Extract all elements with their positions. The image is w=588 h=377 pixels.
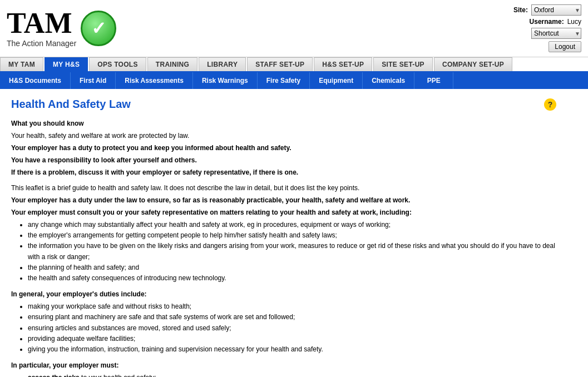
nav1-tab[interactable]: Training (147, 57, 197, 71)
logo-text-wrap: TAM The Action Manager (7, 9, 76, 48)
username-row: Username: Lucy (530, 18, 581, 26)
list-item: making your workplace safe and without r… (28, 301, 556, 312)
list-item: the employer's arrangements for getting … (28, 230, 556, 241)
list-item: giving you the information, instruction,… (28, 344, 556, 355)
list-item: assess the risks to your health and safe… (28, 373, 556, 377)
logo-area: TAM The Action Manager ✓ (7, 9, 116, 48)
page-title-row: Health And Safety Law ? (11, 98, 556, 111)
primary-nav: My TAMMy H&SOps ToolsTrainingLibraryStaf… (0, 57, 588, 72)
bold-line: Your employer must consult you or your s… (11, 207, 556, 217)
nav1-tab[interactable]: Staff Set-up (247, 57, 313, 71)
list-item: ensuring plant and machinery are safe an… (28, 312, 556, 323)
nav1-tab[interactable]: Ops Tools (89, 57, 146, 71)
employer-duties-section: In general, your employer's duties inclu… (11, 289, 556, 355)
para1: This leaflet is a brief guide to health … (11, 183, 556, 193)
page-title: Health And Safety Law (11, 98, 131, 111)
intro-line: Your health, safety and welfare at work … (11, 131, 556, 141)
list1: any change which may substantially affec… (28, 220, 556, 284)
employer-duties-heading: In general, your employer's duties inclu… (11, 289, 556, 299)
site-info: Site: Oxford ▼ Username: Lucy Shortcut ▼… (513, 4, 581, 52)
nav2-tab[interactable]: Chemicals (363, 72, 414, 89)
list-item: any change which may substantially affec… (28, 220, 556, 230)
what-you-should-know-heading: What you should know (11, 118, 556, 128)
site-row: Site: Oxford ▼ (513, 4, 581, 16)
particular-section: In particular, your employer must: asses… (11, 360, 556, 377)
list-item: the information you have to be given on … (28, 241, 556, 262)
brief-guide-section: This leaflet is a brief guide to health … (11, 183, 556, 284)
site-select-wrapper[interactable]: Oxford ▼ (531, 4, 581, 16)
nav2-tab[interactable]: Risk Warnings (193, 72, 258, 89)
bold-lines-1: Your employer has a duty under the law t… (11, 195, 556, 217)
shortcut-select-wrapper[interactable]: Shortcut ▼ (531, 28, 581, 39)
nav2-tab[interactable]: First Aid (71, 72, 116, 89)
username-label: Username: (530, 18, 564, 26)
list-item: the health and safety consequences of in… (28, 273, 556, 284)
nav1-tab[interactable]: H&S Set-up (314, 57, 372, 71)
nav2-tab[interactable]: H&S Documents (0, 72, 71, 89)
secondary-nav: H&S DocumentsFirst AidRisk AssessmentsRi… (0, 72, 588, 89)
nav1-tab[interactable]: Site Set-up (373, 57, 433, 71)
nav1-tab[interactable]: Company Set-up (434, 57, 512, 71)
list2: making your workplace safe and without r… (28, 301, 556, 355)
list-item: providing adequate welfare facilities; (28, 334, 556, 344)
nav2-tab[interactable]: Risk Assessments (116, 72, 193, 89)
username-value: Lucy (567, 18, 581, 26)
intro-line: If there is a problem, discuss it with y… (11, 167, 556, 177)
nav1-tab[interactable]: My TAM (0, 57, 43, 71)
logo-subtitle: The Action Manager (7, 39, 76, 48)
logo-text: TAM (7, 9, 76, 38)
help-icon[interactable]: ? (544, 98, 556, 111)
header: TAM The Action Manager ✓ Site: Oxford ▼ … (0, 0, 588, 57)
intro-lines: Your health, safety and welfare at work … (11, 131, 556, 177)
what-you-should-know-section: What you should know Your health, safety… (11, 118, 556, 177)
site-select[interactable]: Oxford (531, 4, 581, 16)
intro-line: You have a responsibility to look after … (11, 155, 556, 165)
content-area: What you should know Your health, safety… (11, 118, 556, 377)
main-content: Health And Safety Law ? What you should … (0, 89, 567, 377)
shortcut-select[interactable]: Shortcut (531, 28, 581, 39)
checkmark-icon: ✓ (81, 11, 116, 46)
site-label: Site: (513, 6, 528, 14)
list3: assess the risks to your health and safe… (28, 373, 556, 377)
particular-heading: In particular, your employer must: (11, 360, 556, 370)
list-item: the planning of health and safety; and (28, 262, 556, 273)
intro-line: Your employer has a duty to protect you … (11, 143, 556, 153)
nav1-tab[interactable]: My H&S (45, 57, 88, 71)
nav2-tab[interactable]: PPE (414, 72, 453, 89)
bold-line: Your employer has a duty under the law t… (11, 195, 556, 205)
nav2-tab[interactable]: Equipment (310, 72, 363, 89)
logout-button[interactable]: Logout (549, 41, 581, 52)
nav1-tab[interactable]: Library (199, 57, 246, 71)
list-item: ensuring articles and substances are mov… (28, 323, 556, 334)
nav2-tab[interactable]: Fire Safety (258, 72, 310, 89)
